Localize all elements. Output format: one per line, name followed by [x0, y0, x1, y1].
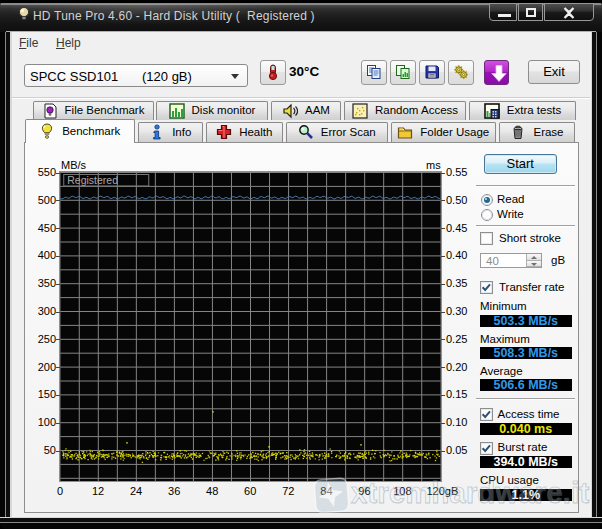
svg-text:Registered: Registered	[67, 174, 118, 186]
svg-text:xtremhardware.it: xtremhardware.it	[351, 476, 590, 508]
